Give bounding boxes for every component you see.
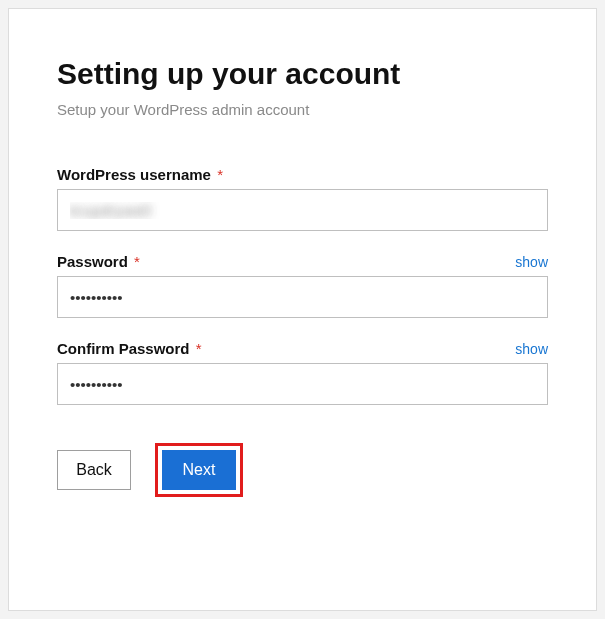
password-input[interactable] xyxy=(57,276,548,318)
show-password-link[interactable]: show xyxy=(515,254,548,270)
account-setup-panel: Setting up your account Setup your WordP… xyxy=(8,8,597,611)
confirm-password-label-text: Confirm Password xyxy=(57,340,190,357)
username-label-text: WordPress username xyxy=(57,166,211,183)
username-input[interactable] xyxy=(57,189,548,231)
confirm-password-input[interactable] xyxy=(57,363,548,405)
back-button[interactable]: Back xyxy=(57,450,131,490)
username-field-block: WordPress username * xyxy=(57,166,548,231)
required-mark: * xyxy=(196,340,202,357)
password-field-block: Password * show xyxy=(57,253,548,318)
username-label: WordPress username * xyxy=(57,166,223,183)
confirm-password-field-block: Confirm Password * show xyxy=(57,340,548,405)
page-subtitle: Setup your WordPress admin account xyxy=(57,101,548,118)
password-label-text: Password xyxy=(57,253,128,270)
required-mark: * xyxy=(217,166,223,183)
next-button-highlight: Next xyxy=(155,443,243,497)
required-mark: * xyxy=(134,253,140,270)
password-label: Password * xyxy=(57,253,140,270)
show-confirm-password-link[interactable]: show xyxy=(515,341,548,357)
page-title: Setting up your account xyxy=(57,57,548,91)
confirm-password-label: Confirm Password * xyxy=(57,340,202,357)
next-button[interactable]: Next xyxy=(162,450,236,490)
button-row: Back Next xyxy=(57,443,548,497)
